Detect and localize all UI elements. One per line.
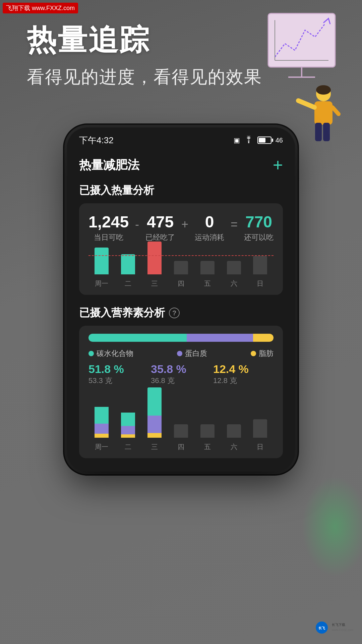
carb-percent: 51.8 % bbox=[88, 363, 149, 376]
nutrient-label-tue: 二 bbox=[125, 442, 131, 451]
carb-name: 碳水化合物 bbox=[97, 348, 133, 359]
bar-chart-inner: 周一 二 三 四 bbox=[88, 248, 274, 288]
battery-icon bbox=[257, 137, 272, 144]
calorie-row: 1,245 当日可吃 - 475 已经吃了 + 0 运动消耗 = bbox=[88, 213, 274, 243]
nutrient-label-sat: 六 bbox=[231, 442, 237, 451]
status-icons: ▣ 46 bbox=[234, 136, 283, 145]
nutrient-label-mon: 周一 bbox=[95, 442, 108, 451]
bar-thu-label: 四 bbox=[178, 279, 184, 288]
nutrient-stacked-chart: 周一 二 bbox=[88, 398, 274, 451]
eaten-label: 已经吃了 bbox=[145, 232, 175, 243]
remaining-item: 770 还可以吃 bbox=[244, 213, 274, 243]
remaining-label: 还可以吃 bbox=[244, 232, 274, 243]
nutrient-values: 51.8 % 53.3 克 35.8 % 36.8 克 12.4 % 12.8 … bbox=[88, 363, 274, 392]
svg-rect-6 bbox=[314, 101, 333, 125]
bar-thu: 四 bbox=[174, 261, 188, 288]
sim-icon: ▣ bbox=[234, 136, 240, 144]
fat-col: 12.4 % 12.8 克 bbox=[213, 363, 274, 392]
daily-limit-label: 当日可吃 bbox=[88, 232, 129, 243]
stacked-chart-inner: 周一 二 bbox=[88, 398, 274, 451]
exercise-number: 0 bbox=[195, 213, 224, 231]
bar-sat: 六 bbox=[227, 261, 241, 288]
fat-legend: 脂肪 bbox=[251, 348, 274, 359]
bar-sun-fill bbox=[253, 256, 267, 274]
svg-point-11 bbox=[316, 85, 331, 95]
wifi-icon bbox=[244, 136, 253, 145]
bar-wed: 三 bbox=[147, 241, 162, 288]
carb-progress bbox=[88, 334, 187, 342]
fat-dot bbox=[251, 351, 256, 356]
phone-body: 下午4:32 ▣ 46 bbox=[67, 127, 295, 472]
fat-name: 脂肪 bbox=[259, 348, 274, 359]
logo-bottom-right: 长飞 长飞下载 www.FXXZ.com bbox=[315, 619, 355, 637]
nutrient-label-fri: 五 bbox=[204, 442, 211, 451]
bar-wed-label: 三 bbox=[151, 279, 158, 288]
daily-limit-item: 1,245 当日可吃 bbox=[88, 213, 129, 243]
battery-percent: 46 bbox=[276, 137, 283, 144]
protein-progress bbox=[187, 334, 253, 342]
nutrient-section-title: 已摄入营养素分析 ? bbox=[79, 306, 283, 320]
bar-tue: 二 bbox=[121, 254, 135, 288]
bar-tue-label: 二 bbox=[125, 279, 131, 288]
illustration bbox=[265, 10, 352, 146]
bar-fri-label: 五 bbox=[204, 279, 211, 288]
nutrient-label-sun: 日 bbox=[257, 442, 263, 451]
exercise-label: 运动消耗 bbox=[195, 232, 224, 243]
bar-mon-label: 周一 bbox=[95, 279, 108, 288]
add-button[interactable]: + bbox=[273, 156, 283, 174]
protein-percent: 35.8 % bbox=[151, 363, 211, 376]
protein-grams: 36.8 克 bbox=[151, 376, 211, 386]
bar-wed-fill bbox=[147, 241, 162, 274]
eaten-number: 475 bbox=[145, 213, 175, 231]
svg-point-12 bbox=[248, 142, 249, 143]
nutrient-bar-wed: 三 bbox=[147, 387, 162, 451]
status-bar: 下午4:32 ▣ 46 bbox=[67, 131, 295, 150]
carb-col: 51.8 % 53.3 克 bbox=[88, 363, 149, 392]
svg-rect-8 bbox=[323, 123, 330, 141]
watermark: 飞翔下载 www.FXXZ.com bbox=[3, 3, 78, 13]
bar-sat-fill bbox=[227, 261, 241, 274]
glow-effect bbox=[302, 476, 362, 577]
bar-fri-fill bbox=[200, 261, 215, 274]
plus-operator: + bbox=[181, 217, 188, 238]
help-icon[interactable]: ? bbox=[169, 308, 180, 318]
bar-tue-fill bbox=[121, 254, 135, 274]
carb-legend: 碳水化合物 bbox=[88, 348, 133, 359]
carb-dot bbox=[88, 351, 94, 356]
fat-percent: 12.4 % bbox=[213, 363, 274, 376]
nutrient-bar-fri: 五 bbox=[200, 424, 215, 451]
protein-legend: 蛋白质 bbox=[177, 348, 207, 359]
nutrient-bar-mon: 周一 bbox=[95, 397, 109, 451]
legend-row: 碳水化合物 蛋白质 脂肪 bbox=[88, 348, 274, 359]
nutrient-bar-sat: 六 bbox=[227, 424, 241, 451]
nutrient-bar-thu: 四 bbox=[174, 424, 188, 451]
svg-text:长飞: 长飞 bbox=[318, 626, 325, 630]
svg-line-9 bbox=[298, 101, 314, 107]
fat-progress bbox=[253, 334, 274, 342]
calorie-card: 1,245 当日可吃 - 475 已经吃了 + 0 运动消耗 = bbox=[79, 203, 283, 295]
bar-fri: 五 bbox=[200, 261, 215, 288]
protein-name: 蛋白质 bbox=[185, 348, 207, 359]
bar-mon-fill bbox=[95, 248, 109, 274]
remaining-number: 770 bbox=[244, 213, 274, 231]
exercise-item: 0 运动消耗 bbox=[195, 213, 224, 243]
phone-mockup: 下午4:32 ▣ 46 bbox=[67, 127, 295, 472]
svg-text:长飞下载: 长飞下载 bbox=[332, 623, 345, 627]
svg-rect-7 bbox=[315, 123, 322, 141]
app-header: 热量减肥法 + bbox=[79, 156, 283, 174]
eaten-item: 475 已经吃了 bbox=[145, 213, 175, 243]
svg-line-10 bbox=[333, 107, 339, 114]
minus-operator: - bbox=[135, 217, 139, 238]
bar-thu-fill bbox=[174, 261, 188, 274]
nutrient-bar-tue: 二 bbox=[121, 408, 135, 451]
bar-sun-label: 日 bbox=[257, 279, 263, 288]
carb-grams: 53.3 克 bbox=[88, 376, 149, 386]
nutrient-card: 碳水化合物 蛋白质 脂肪 51.8 % 53.3 克 bbox=[79, 326, 283, 458]
nutrient-bar-sun: 日 bbox=[253, 419, 267, 451]
svg-text:www.FXXZ.com: www.FXXZ.com bbox=[331, 628, 353, 632]
calorie-section-title: 已摄入热量分析 bbox=[79, 183, 283, 198]
dashed-threshold-line bbox=[88, 255, 274, 256]
nutrient-label-wed: 三 bbox=[151, 442, 158, 451]
bar-sat-label: 六 bbox=[231, 279, 237, 288]
nutrient-progress-bar bbox=[88, 334, 274, 342]
